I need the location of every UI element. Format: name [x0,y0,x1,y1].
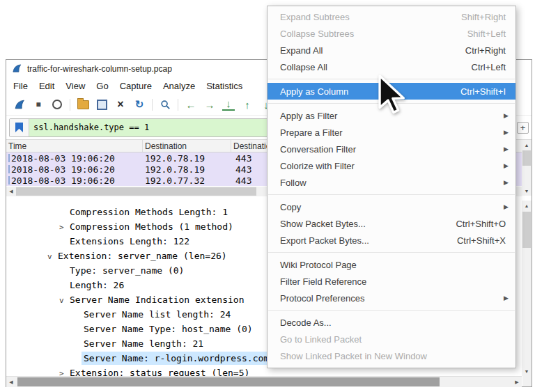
menu-item-show-linked-packet-in-new-window: Show Linked Packet in New Window [268,347,515,364]
menu-item-go-to-linked-packet: Go to Linked Packet [268,331,515,347]
detail-hscrollbar[interactable]: ◀ ▶ [6,376,522,387]
find-packet-icon[interactable] [159,98,171,111]
menu-item-label: Apply as Filter [280,111,337,121]
menu-capture[interactable]: Capture [114,79,157,93]
cell-destination: 192.0.78.19 [143,164,231,175]
menu-separator [268,252,515,253]
menu-item-shortcut: Shift+Right [461,12,506,22]
go-forward-icon[interactable]: → [203,98,216,111]
menu-item-label: Wiki Protocol Page [280,260,357,270]
save-capture-icon[interactable] [95,98,108,111]
filter-bookmark-button[interactable] [10,119,29,136]
menu-item-label: Expand All [280,45,323,56]
go-back-icon[interactable]: ← [185,98,197,111]
menu-item-label: Colorize with Filter [280,161,355,171]
menu-item-shortcut: Ctrl+Shift+X [457,235,506,246]
scroll-left-icon[interactable]: ◀ [6,187,16,196]
menu-item-expand-subtrees: Expand Subtrees Shift+Right [268,8,515,25]
menu-item-shortcut: Ctrl+Shift+I [460,86,506,97]
expander-icon[interactable]: > [59,220,70,235]
packet-list-vscrollbar[interactable]: ▲ ▼ [522,140,532,196]
menu-item-label: Filter Field Reference [280,276,366,287]
menu-item-label: Collapse All [280,62,327,72]
menu-item-expand-all[interactable]: Expand All Ctrl+Right [268,42,515,58]
submenu-arrow-icon: ▶ [504,162,509,169]
scroll-right-icon[interactable]: ▶ [512,377,522,387]
open-capture-folder-icon[interactable] [77,98,89,111]
column-header-destination[interactable]: Destination [143,140,231,152]
menu-item-collapse-all[interactable]: Collapse All Ctrl+Left [268,58,515,75]
screen: traffic-for-wireshark-column-setup.pcap … [0,0,535,392]
menu-item-shortcut: Shift+Left [467,29,506,39]
submenu-arrow-icon: ▶ [504,203,509,210]
scroll-left-icon[interactable]: ◀ [6,377,16,387]
submenu-arrow-icon: ▶ [504,146,509,152]
hscroll-thumb[interactable] [17,377,440,386]
menu-item-label: Copy [280,202,301,212]
submenu-arrow-icon: ▶ [504,129,509,136]
menu-item-prepare-a-filter[interactable]: Prepare a Filter ▶ [268,124,515,141]
cell-destination: 192.0.77.32 [143,175,231,186]
start-capture-fin-icon[interactable] [13,98,26,111]
menu-item-label: Show Linked Packet in New Window [280,351,427,361]
close-capture-icon[interactable]: × [114,98,127,111]
cell-dest-port: 443 [231,164,251,175]
menu-edit[interactable]: Edit [33,79,60,93]
scrollbar-corner [522,375,532,386]
submenu-arrow-icon: ▶ [504,295,509,301]
menu-item-label: Apply as Column [280,86,348,97]
vscroll-thumb[interactable] [522,212,531,248]
menu-item-shortcut: Ctrl+Right [465,45,506,56]
bookmark-icon [15,123,23,132]
filter-add-button[interactable]: + [517,122,529,134]
capture-options-gear-icon[interactable] [51,98,63,111]
cell-dest-port: 443 [231,175,251,186]
menu-item-decode-as[interactable]: Decode As... [268,314,515,331]
submenu-arrow-icon: ▶ [504,179,509,186]
expander-icon[interactable]: v [47,249,58,264]
menu-item-export-packet-bytes[interactable]: Export Packet Bytes... Ctrl+Shift+X [268,232,515,249]
menu-separator [268,310,515,311]
expander-icon[interactable]: > [59,366,70,376]
menu-item-shortcut: Ctrl+Shift+O [456,219,506,229]
toolbar-divider [178,99,178,111]
menu-item-filter-field-reference[interactable]: Filter Field Reference [268,273,515,290]
menu-go[interactable]: Go [91,79,114,93]
menu-item-copy[interactable]: Copy ▶ [268,198,515,215]
menu-analyze[interactable]: Analyze [157,79,201,93]
scroll-down-icon[interactable]: ▼ [522,186,532,196]
scroll-up-icon[interactable]: ▲ [522,140,532,150]
menu-item-follow[interactable]: Follow ▶ [268,174,515,191]
column-header-time[interactable]: Time [6,140,143,152]
menu-statistics[interactable]: Statistics [201,79,248,93]
window-title: traffic-for-wireshark-column-setup.pcap [27,64,172,74]
scroll-down-icon[interactable]: ▼ [522,366,532,376]
stop-capture-icon[interactable]: ■ [32,98,45,111]
cell-time: 2018-08-03 19:06:20 [10,175,143,186]
go-first-packet-icon[interactable]: ↑ [241,98,254,111]
menu-file[interactable]: File [8,79,33,93]
toolbar-divider [70,99,70,111]
wireshark-app-icon [12,63,22,74]
menu-item-label: Go to Linked Packet [280,334,362,345]
menu-item-label: Prepare a Filter [280,127,343,138]
submenu-arrow-icon: ▶ [504,112,509,119]
menu-item-wiki-protocol-page[interactable]: Wiki Protocol Page [268,256,515,273]
menu-item-label: Decode As... [280,317,332,328]
menu-item-show-packet-bytes[interactable]: Show Packet Bytes... Ctrl+Shift+O [268,215,515,232]
menu-item-protocol-preferences[interactable]: Protocol Preferences ▶ [268,290,515,306]
menu-item-shortcut: Ctrl+Left [472,62,506,72]
scroll-up-icon[interactable]: ▲ [522,201,532,210]
menu-separator [268,194,515,195]
cell-time: 2018-08-03 19:06:20 [10,153,143,164]
menu-item-label: Conversation Filter [280,144,356,155]
menu-view[interactable]: View [60,79,91,93]
detail-vscrollbar[interactable]: ▲ ▼ [522,201,532,376]
menu-item-conversation-filter[interactable]: Conversation Filter ▶ [268,141,515,157]
vscroll-thumb[interactable] [522,150,531,166]
expander-icon[interactable]: v [59,293,70,308]
go-to-packet-icon[interactable]: ↓ [222,99,235,111]
hscroll-thumb[interactable] [16,187,256,196]
reload-capture-icon[interactable]: ↻ [133,98,146,111]
menu-item-colorize-with-filter[interactable]: Colorize with Filter ▶ [268,157,515,174]
